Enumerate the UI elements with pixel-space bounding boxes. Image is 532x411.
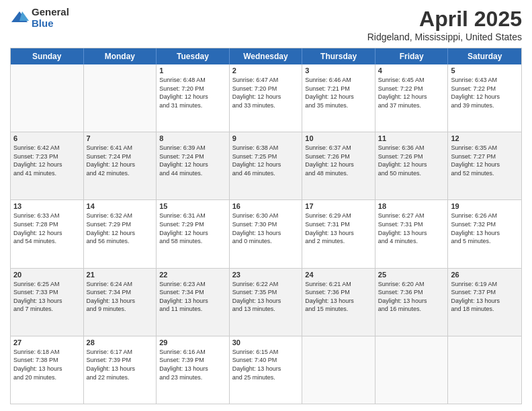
- day-info-23: Sunrise: 6:22 AM Sunset: 7:35 PM Dayligh…: [232, 280, 300, 314]
- calendar-row-4: 27Sunrise: 6:18 AM Sunset: 7:38 PM Dayli…: [11, 336, 521, 404]
- day-info-24: Sunrise: 6:21 AM Sunset: 7:36 PM Dayligh…: [305, 280, 372, 314]
- day-number-14: 14: [87, 202, 154, 210]
- day-info-15: Sunrise: 6:31 AM Sunset: 7:29 PM Dayligh…: [159, 212, 226, 245]
- day-cell-r4-c5: [375, 336, 449, 404]
- day-number-22: 22: [159, 271, 226, 279]
- day-cell-r1-c2: 8Sunrise: 6:39 AM Sunset: 7:24 PM Daylig…: [157, 132, 230, 199]
- day-cell-r2-c6: 19Sunrise: 6:26 AM Sunset: 7:32 PM Dayli…: [448, 200, 521, 267]
- day-number-27: 27: [13, 338, 81, 347]
- day-info-13: Sunrise: 6:33 AM Sunset: 7:28 PM Dayligh…: [13, 212, 81, 245]
- day-cell-r1-c3: 9Sunrise: 6:38 AM Sunset: 7:25 PM Daylig…: [230, 132, 303, 199]
- day-number-25: 25: [378, 271, 445, 279]
- calendar-body: 1Sunrise: 6:48 AM Sunset: 7:20 PM Daylig…: [11, 64, 521, 404]
- day-cell-r3-c6: 26Sunrise: 6:19 AM Sunset: 7:37 PM Dayli…: [448, 269, 521, 336]
- day-info-20: Sunrise: 6:25 AM Sunset: 7:33 PM Dayligh…: [13, 280, 81, 314]
- day-info-22: Sunrise: 6:23 AM Sunset: 7:34 PM Dayligh…: [159, 280, 226, 314]
- day-info-12: Sunrise: 6:35 AM Sunset: 7:27 PM Dayligh…: [451, 144, 519, 177]
- day-info-2: Sunrise: 6:47 AM Sunset: 7:20 PM Dayligh…: [232, 76, 300, 109]
- calendar-row-1: 6Sunrise: 6:42 AM Sunset: 7:23 PM Daylig…: [11, 132, 521, 199]
- day-cell-r2-c4: 17Sunrise: 6:29 AM Sunset: 7:31 PM Dayli…: [302, 200, 375, 267]
- day-number-2: 2: [232, 66, 300, 75]
- day-cell-r1-c1: 7Sunrise: 6:41 AM Sunset: 7:24 PM Daylig…: [84, 132, 157, 199]
- title-month: April 2025: [367, 7, 522, 32]
- calendar: SundayMondayTuesdayWednesdayThursdayFrid…: [10, 48, 522, 404]
- day-number-12: 12: [451, 134, 519, 142]
- page: General Blue April 2025 Ridgeland, Missi…: [0, 0, 532, 411]
- day-cell-r4-c2: 29Sunrise: 6:16 AM Sunset: 7:39 PM Dayli…: [157, 336, 230, 404]
- day-info-29: Sunrise: 6:16 AM Sunset: 7:39 PM Dayligh…: [159, 348, 226, 381]
- title-section: April 2025 Ridgeland, Mississippi, Unite…: [367, 7, 522, 42]
- day-cell-r0-c6: 5Sunrise: 6:43 AM Sunset: 7:22 PM Daylig…: [448, 64, 521, 132]
- day-info-19: Sunrise: 6:26 AM Sunset: 7:32 PM Dayligh…: [451, 212, 519, 245]
- day-info-26: Sunrise: 6:19 AM Sunset: 7:37 PM Dayligh…: [451, 280, 519, 314]
- weekday-header-monday: Monday: [84, 48, 157, 64]
- day-cell-r2-c2: 15Sunrise: 6:31 AM Sunset: 7:29 PM Dayli…: [157, 200, 230, 267]
- logo-text: General Blue: [32, 7, 69, 29]
- day-number-3: 3: [305, 66, 372, 75]
- day-info-10: Sunrise: 6:37 AM Sunset: 7:26 PM Dayligh…: [305, 144, 372, 177]
- weekday-header-saturday: Saturday: [448, 48, 521, 64]
- day-cell-r1-c5: 11Sunrise: 6:36 AM Sunset: 7:26 PM Dayli…: [375, 132, 449, 199]
- day-number-30: 30: [232, 338, 300, 347]
- day-number-24: 24: [305, 271, 372, 279]
- day-info-28: Sunrise: 6:17 AM Sunset: 7:39 PM Dayligh…: [87, 348, 154, 381]
- day-number-4: 4: [378, 66, 445, 75]
- day-cell-r1-c0: 6Sunrise: 6:42 AM Sunset: 7:23 PM Daylig…: [11, 132, 84, 199]
- day-info-16: Sunrise: 6:30 AM Sunset: 7:30 PM Dayligh…: [232, 212, 300, 245]
- day-number-19: 19: [451, 202, 519, 210]
- day-cell-r2-c0: 13Sunrise: 6:33 AM Sunset: 7:28 PM Dayli…: [11, 200, 84, 267]
- day-info-3: Sunrise: 6:46 AM Sunset: 7:21 PM Dayligh…: [305, 76, 372, 109]
- day-number-28: 28: [87, 338, 154, 347]
- day-cell-r4-c3: 30Sunrise: 6:15 AM Sunset: 7:40 PM Dayli…: [230, 336, 303, 404]
- day-info-1: Sunrise: 6:48 AM Sunset: 7:20 PM Dayligh…: [159, 76, 226, 109]
- day-info-17: Sunrise: 6:29 AM Sunset: 7:31 PM Dayligh…: [305, 212, 372, 245]
- calendar-header: SundayMondayTuesdayWednesdayThursdayFrid…: [11, 48, 521, 64]
- day-number-10: 10: [305, 134, 372, 142]
- day-number-16: 16: [232, 202, 300, 210]
- day-cell-r2-c5: 18Sunrise: 6:27 AM Sunset: 7:31 PM Dayli…: [375, 200, 449, 267]
- day-info-6: Sunrise: 6:42 AM Sunset: 7:23 PM Dayligh…: [13, 144, 81, 177]
- day-cell-r0-c3: 2Sunrise: 6:47 AM Sunset: 7:20 PM Daylig…: [230, 64, 303, 132]
- day-number-7: 7: [87, 134, 154, 142]
- day-info-30: Sunrise: 6:15 AM Sunset: 7:40 PM Dayligh…: [232, 348, 300, 381]
- calendar-row-0: 1Sunrise: 6:48 AM Sunset: 7:20 PM Daylig…: [11, 64, 521, 132]
- day-cell-r2-c1: 14Sunrise: 6:32 AM Sunset: 7:29 PM Dayli…: [84, 200, 157, 267]
- day-number-23: 23: [232, 271, 300, 279]
- day-cell-r3-c1: 21Sunrise: 6:24 AM Sunset: 7:34 PM Dayli…: [84, 269, 157, 336]
- day-cell-r0-c0: [11, 64, 84, 132]
- day-info-11: Sunrise: 6:36 AM Sunset: 7:26 PM Dayligh…: [378, 144, 445, 177]
- day-cell-r1-c6: 12Sunrise: 6:35 AM Sunset: 7:27 PM Dayli…: [448, 132, 521, 199]
- weekday-header-friday: Friday: [375, 48, 449, 64]
- day-info-14: Sunrise: 6:32 AM Sunset: 7:29 PM Dayligh…: [87, 212, 154, 245]
- day-info-27: Sunrise: 6:18 AM Sunset: 7:38 PM Dayligh…: [13, 348, 81, 381]
- day-cell-r2-c3: 16Sunrise: 6:30 AM Sunset: 7:30 PM Dayli…: [230, 200, 303, 267]
- day-cell-r0-c4: 3Sunrise: 6:46 AM Sunset: 7:21 PM Daylig…: [302, 64, 375, 132]
- day-number-13: 13: [13, 202, 81, 210]
- day-info-21: Sunrise: 6:24 AM Sunset: 7:34 PM Dayligh…: [87, 280, 154, 314]
- day-info-5: Sunrise: 6:43 AM Sunset: 7:22 PM Dayligh…: [451, 76, 519, 109]
- logo-general-text: General: [32, 7, 69, 18]
- day-number-29: 29: [159, 338, 226, 347]
- day-cell-r4-c0: 27Sunrise: 6:18 AM Sunset: 7:38 PM Dayli…: [11, 336, 84, 404]
- day-number-5: 5: [451, 66, 519, 75]
- calendar-row-2: 13Sunrise: 6:33 AM Sunset: 7:28 PM Dayli…: [11, 199, 521, 267]
- day-info-18: Sunrise: 6:27 AM Sunset: 7:31 PM Dayligh…: [378, 212, 445, 245]
- day-cell-r3-c4: 24Sunrise: 6:21 AM Sunset: 7:36 PM Dayli…: [302, 269, 375, 336]
- day-number-8: 8: [159, 134, 226, 142]
- day-cell-r4-c4: [302, 336, 375, 404]
- logo-icon: [10, 9, 29, 28]
- day-number-1: 1: [159, 66, 226, 75]
- day-cell-r4-c1: 28Sunrise: 6:17 AM Sunset: 7:39 PM Dayli…: [84, 336, 157, 404]
- weekday-header-sunday: Sunday: [11, 48, 84, 64]
- day-info-7: Sunrise: 6:41 AM Sunset: 7:24 PM Dayligh…: [87, 144, 154, 177]
- day-cell-r4-c6: [448, 336, 521, 404]
- day-info-25: Sunrise: 6:20 AM Sunset: 7:36 PM Dayligh…: [378, 280, 445, 314]
- calendar-row-3: 20Sunrise: 6:25 AM Sunset: 7:33 PM Dayli…: [11, 268, 521, 336]
- header: General Blue April 2025 Ridgeland, Missi…: [10, 7, 522, 42]
- title-location: Ridgeland, Mississippi, United States: [367, 32, 522, 42]
- day-number-26: 26: [451, 271, 519, 279]
- day-cell-r3-c2: 22Sunrise: 6:23 AM Sunset: 7:34 PM Dayli…: [157, 269, 230, 336]
- day-cell-r0-c2: 1Sunrise: 6:48 AM Sunset: 7:20 PM Daylig…: [157, 64, 230, 132]
- day-number-9: 9: [232, 134, 300, 142]
- day-number-11: 11: [378, 134, 445, 142]
